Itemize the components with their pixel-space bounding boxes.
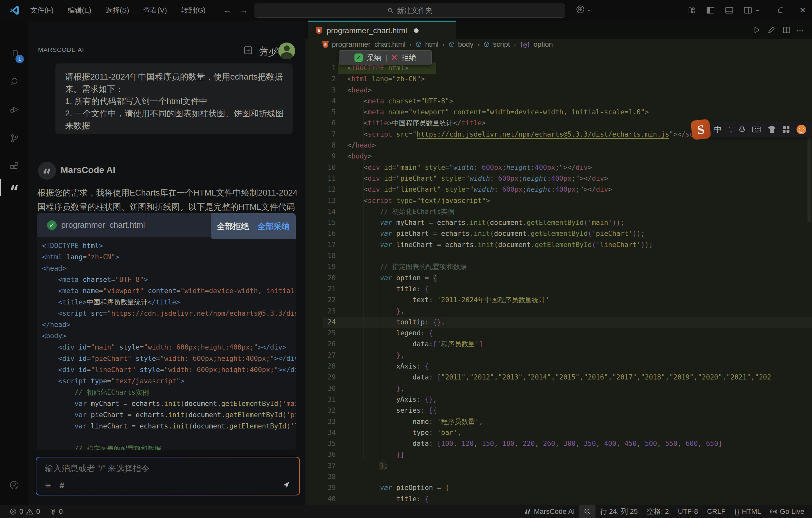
- menu-item[interactable]: 编辑(E): [61, 5, 98, 15]
- ports-status[interactable]: 0: [45, 505, 67, 518]
- line-number: 39: [306, 482, 347, 493]
- html5-file-icon: 5: [316, 27, 322, 34]
- source-control-icon[interactable]: [9, 133, 19, 143]
- symbol-cube-icon: [415, 41, 422, 48]
- commands-sparkle-icon[interactable]: ✳: [45, 481, 51, 490]
- close-window-icon[interactable]: ✕: [793, 0, 812, 21]
- microphone-icon[interactable]: [738, 125, 746, 134]
- chevron-down-icon: ⌄: [587, 6, 591, 12]
- minimize-icon[interactable]: –: [748, 0, 767, 21]
- tab-bar: 5 programmer_chart.html: [306, 21, 812, 39]
- reject-all-button[interactable]: 全部拒绝: [217, 221, 249, 232]
- breadcrumb-html[interactable]: html: [425, 40, 439, 49]
- run-debug-icon[interactable]: [9, 105, 19, 114]
- explorer-badge: 1: [16, 55, 24, 63]
- accept-check-icon[interactable]: ✓: [354, 54, 363, 62]
- emoji-icon[interactable]: [796, 125, 806, 134]
- customize-layout-icon[interactable]: [683, 0, 701, 21]
- chevron-right-icon: ›: [442, 41, 445, 48]
- ports-count: 0: [59, 507, 63, 516]
- indent-status[interactable]: 空格: 2: [642, 505, 673, 518]
- keyboard-icon[interactable]: [752, 126, 761, 133]
- ime-chinese-mode[interactable]: 中: [714, 124, 722, 135]
- line-number: 12: [306, 184, 347, 195]
- reject-x-icon[interactable]: ✕: [391, 53, 398, 62]
- tab-filename: programmer_chart.html: [327, 26, 407, 35]
- marscode-status[interactable]: MarsCode AI: [519, 505, 579, 518]
- encoding-status[interactable]: UTF-8: [673, 505, 702, 518]
- user-message-bubble: 请根据2011-2024年中国程序员的数量，使用echarts把数据渲染出来。需…: [55, 63, 293, 134]
- code-line: 14 // 初始化ECharts实例: [306, 206, 812, 217]
- search-input[interactable]: 新建文件夹: [255, 4, 565, 18]
- run-file-icon[interactable]: [752, 26, 761, 35]
- line-number: 20: [306, 273, 347, 283]
- line-number: 16: [306, 228, 347, 239]
- marscode-panel: MARSCODE AI ⋯ 万少 请根据2011-2024年中国程序员的数量，使…: [28, 21, 306, 505]
- code-line: 10 <div id="main" style="width: 600px;he…: [306, 162, 812, 173]
- problems-status[interactable]: 0 0: [5, 505, 45, 518]
- remote-indicator[interactable]: ⌄: [576, 4, 591, 14]
- code-line: 30 },: [306, 383, 812, 394]
- chat-input[interactable]: [44, 463, 278, 474]
- modified-dot-icon[interactable]: [414, 28, 418, 33]
- accept-button[interactable]: 采纳: [367, 53, 381, 63]
- menu-more-icon[interactable]: ⋯: [183, 4, 204, 14]
- search-view-icon[interactable]: [9, 77, 19, 87]
- sogou-logo-icon[interactable]: S: [691, 119, 711, 140]
- text-line: 国程序员数量的柱状图、饼图和折线图。以下是完整的HTML文件代码：: [37, 200, 298, 214]
- code-line: 22 text: '2011-2024年中国程序员数量统计': [306, 295, 812, 305]
- toggle-sidebar-icon[interactable]: [701, 0, 720, 21]
- edit-pencil-icon[interactable]: [767, 26, 776, 35]
- card-actions: 全部拒绝 全部采纳: [211, 213, 296, 239]
- error-count: 0: [19, 507, 23, 516]
- code-line: 12 <div id="lineChart" style="width: 600…: [306, 184, 812, 195]
- radio-tower-icon: [49, 508, 56, 515]
- chat-input-box: ✳ #: [36, 457, 300, 495]
- ime-punctuation[interactable]: ’,: [728, 125, 732, 134]
- golive-status[interactable]: Go Live: [765, 505, 809, 518]
- cursor-position-status[interactable]: 行 24, 列 25: [596, 505, 642, 518]
- apps-circle-icon: [576, 4, 585, 14]
- breadcrumb-script[interactable]: script: [493, 40, 510, 49]
- line-number: 28: [306, 361, 347, 372]
- golive-label: Go Live: [780, 507, 804, 516]
- account-icon[interactable]: [9, 480, 19, 490]
- code-line: <div id="main" style="width: 600px;heigh…: [42, 342, 296, 353]
- breadcrumb-file[interactable]: programmer_chart.html: [332, 40, 406, 49]
- split-editor-icon[interactable]: [782, 26, 791, 35]
- menu-item[interactable]: 查看(V): [136, 5, 174, 15]
- user-avatar: [279, 42, 295, 59]
- breadcrumb-option[interactable]: option: [533, 40, 553, 49]
- editor-more-icon[interactable]: ⋯: [796, 26, 805, 35]
- toolbox-grid-icon[interactable]: [782, 126, 790, 133]
- marscode-ai-icon[interactable]: [9, 182, 19, 192]
- zoom-status[interactable]: [579, 505, 596, 518]
- nav-back-icon[interactable]: ←: [223, 0, 232, 21]
- toggle-panel-icon[interactable]: [720, 0, 738, 21]
- language-status[interactable]: {} HTML: [730, 505, 766, 518]
- menu-item[interactable]: 选择(S): [98, 5, 136, 15]
- tab-programmer-chart[interactable]: 5 programmer_chart.html: [308, 21, 456, 39]
- context-hash-button[interactable]: #: [60, 481, 64, 491]
- eol-status[interactable]: CRLF: [702, 505, 730, 518]
- menu-item[interactable]: 文件(F): [23, 5, 61, 15]
- extensions-icon[interactable]: [9, 161, 19, 171]
- breadcrumb-body[interactable]: body: [458, 40, 474, 49]
- line-number: 11: [306, 173, 347, 184]
- accept-all-button[interactable]: 全部采纳: [257, 221, 290, 232]
- reject-button[interactable]: 拒绝: [402, 53, 416, 63]
- code-line: 35 data: [100, 120, 150, 180, 220, 260, …: [306, 438, 812, 449]
- marscode-logo-icon: [38, 162, 56, 180]
- code-line: var pieChart = echarts.init(document.get…: [42, 409, 296, 421]
- chevron-right-icon: ›: [513, 41, 517, 48]
- nav-forward-icon[interactable]: →: [239, 0, 248, 21]
- line-number: 7: [306, 129, 347, 140]
- send-icon[interactable]: [282, 481, 290, 489]
- skin-shirt-icon[interactable]: [767, 126, 776, 133]
- line-number: 36: [306, 449, 347, 460]
- line-number: 13: [306, 195, 347, 206]
- line-number: 35: [306, 438, 347, 449]
- code-line: 24 tooltip: {},: [306, 317, 812, 328]
- code-line: 4 <meta charset="UTF-8">: [306, 96, 812, 106]
- restore-icon[interactable]: [772, 0, 790, 21]
